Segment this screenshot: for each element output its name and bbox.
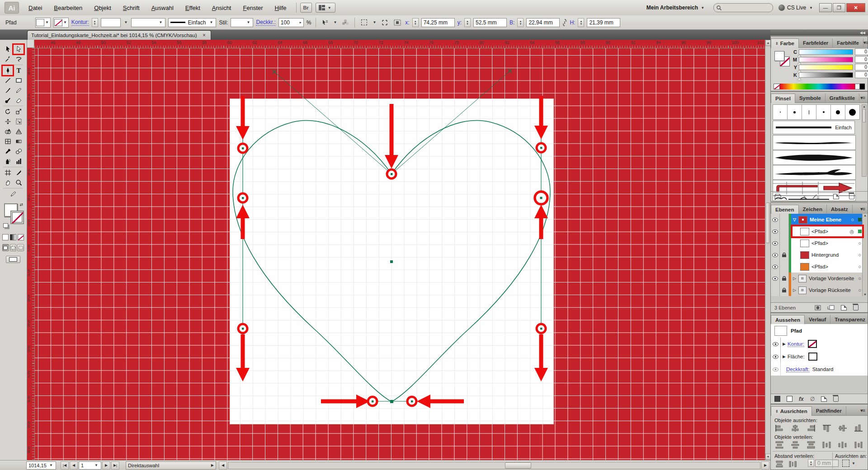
- tab-ausrichten[interactable]: ⇕Ausrichten: [771, 406, 812, 416]
- draw-inside-button[interactable]: [17, 244, 24, 251]
- column-graph-tool[interactable]: [13, 156, 24, 166]
- appearance-fill-row[interactable]: ▶ Fläche:: [771, 350, 868, 363]
- opacity-link[interactable]: Deckkr.:: [256, 19, 275, 26]
- new-brush-icon[interactable]: [833, 194, 839, 199]
- rotate-tool[interactable]: [2, 107, 13, 117]
- slice-tool[interactable]: [13, 168, 24, 178]
- tab-ebenen[interactable]: Ebenen: [771, 205, 799, 214]
- cmyk-slider-y[interactable]: Y0%: [792, 64, 868, 70]
- mesh-tool[interactable]: [2, 136, 13, 146]
- remove-brush-stroke-icon[interactable]: ×: [803, 193, 806, 200]
- scale-tool[interactable]: [13, 107, 24, 117]
- layer-row-pfad[interactable]: <Pfad>◎: [771, 226, 863, 238]
- line-segment-tool[interactable]: [2, 75, 13, 85]
- brush-scrollbar[interactable]: ▲: [862, 104, 867, 177]
- menu-item-bearbeiten[interactable]: Bearbeiten: [48, 5, 88, 11]
- align-to-dropdown[interactable]: ▼: [842, 460, 856, 467]
- calligraphic-brush-1[interactable]: [773, 104, 788, 120]
- calligraphic-brush-5[interactable]: [830, 104, 845, 120]
- last-artboard-button[interactable]: ▶|: [111, 461, 119, 470]
- fill-stroke-indicator[interactable]: ⇄: [2, 202, 24, 232]
- slider-track[interactable]: [799, 49, 853, 55]
- default-fill-stroke-icon[interactable]: [3, 223, 8, 228]
- ruler-corner[interactable]: [27, 40, 34, 48]
- visibility-toggle[interactable]: [771, 261, 780, 273]
- cmyk-slider-c[interactable]: C0%: [792, 48, 868, 55]
- calligraphic-brush-3[interactable]: [802, 104, 816, 120]
- visibility-eye-icon[interactable]: [773, 342, 778, 346]
- screen-mode-button[interactable]: [6, 256, 20, 263]
- tab-absatz[interactable]: Absatz: [827, 205, 853, 214]
- constrain-proportions-button[interactable]: [380, 18, 390, 28]
- lock-toggle[interactable]: [780, 249, 789, 261]
- brush-tapered[interactable]: [773, 150, 856, 165]
- vertical-ruler[interactable]: 3 84 04 24 44 64 85 05 25 45 65 86 06 26…: [27, 48, 35, 460]
- appearance-opacity-row[interactable]: Deckkraft: Standard: [771, 363, 868, 376]
- slider-value-field[interactable]: 0: [855, 71, 868, 78]
- stroke-weight-stepper[interactable]: ▲▼: [92, 18, 98, 27]
- y-stepper[interactable]: ▲▼: [464, 18, 471, 27]
- tab-aussehen[interactable]: Aussehen: [771, 315, 805, 324]
- visibility-eye-icon[interactable]: [772, 230, 778, 234]
- menu-item-hilfe[interactable]: Hilfe: [269, 5, 292, 11]
- stroke-attribute-link[interactable]: Kontur:: [788, 341, 804, 347]
- chevron-down-icon[interactable]: ▼: [123, 20, 129, 24]
- spectrum-gradient[interactable]: [780, 84, 855, 89]
- brush-swash[interactable]: [773, 165, 856, 180]
- hand-tool[interactable]: [2, 178, 13, 188]
- tab-pinsel[interactable]: Pinsel: [771, 94, 795, 103]
- layer-row-meine-ebene[interactable]: ▽Meine Ebene○: [771, 214, 863, 226]
- layer-row-vorlage-rückseite[interactable]: ▷▦Vorlage Rückseite○: [771, 284, 863, 296]
- menu-item-objekt[interactable]: Objekt: [88, 5, 117, 11]
- distribute-left-button[interactable]: [822, 441, 832, 449]
- appearance-item-row[interactable]: Pfad: [771, 324, 868, 338]
- rectangle-tool[interactable]: [13, 75, 24, 85]
- magic-wand-tool[interactable]: [2, 54, 13, 64]
- menu-item-auswahl[interactable]: Auswahl: [146, 5, 179, 11]
- distribute-top-button[interactable]: [774, 441, 784, 449]
- visibility-toggle[interactable]: [771, 214, 780, 226]
- brush-charcoal[interactable]: [773, 135, 856, 150]
- vertical-scrollbar[interactable]: ▲ ▼: [765, 40, 770, 460]
- tab-transparenz[interactable]: Transparenz: [830, 315, 868, 324]
- menu-item-ansicht[interactable]: Ansicht: [206, 5, 237, 11]
- status-tool-indicator[interactable]: Direktauswahl ▶: [126, 461, 216, 470]
- calligraphic-brush-6[interactable]: [845, 104, 860, 120]
- lock-icon[interactable]: [782, 253, 786, 257]
- stroke-none-swatch[interactable]: [808, 340, 817, 348]
- clipping-mask-icon[interactable]: [815, 305, 821, 310]
- cmyk-slider-m[interactable]: M0%: [792, 56, 868, 63]
- tab-verlauf[interactable]: Verlauf: [805, 315, 830, 324]
- artboard-tool[interactable]: [2, 168, 13, 178]
- target-circle[interactable]: ○: [858, 240, 861, 246]
- recolor-artwork-button[interactable]: [340, 18, 350, 28]
- swap-fill-stroke-icon[interactable]: ⇄: [19, 202, 23, 207]
- align-left-button[interactable]: [774, 424, 784, 432]
- brush-libraries-icon[interactable]: [774, 194, 781, 199]
- minimize-button[interactable]: —: [819, 3, 832, 12]
- draw-normal-button[interactable]: [2, 244, 9, 251]
- expand-arrow-icon[interactable]: ▶: [783, 342, 786, 346]
- appearance-stroke-row[interactable]: ▶ Kontur:: [771, 338, 868, 351]
- calligraphic-brush-row[interactable]: [773, 104, 859, 120]
- visibility-eye-icon[interactable]: [772, 241, 778, 245]
- calligraphic-brush-4[interactable]: [816, 104, 831, 120]
- tab-grafikstile[interactable]: Grafikstile: [826, 94, 859, 103]
- expand-toggle[interactable]: ▷: [793, 288, 796, 292]
- status-menu-arrow-icon[interactable]: ▶: [211, 463, 214, 467]
- stroke-weight-link[interactable]: Kontur:: [71, 19, 89, 26]
- select-similar-button[interactable]: [320, 18, 330, 28]
- shape-builder-tool[interactable]: [2, 127, 13, 136]
- cmyk-slider-k[interactable]: K0%: [792, 71, 868, 78]
- chevron-down-icon[interactable]: ▼: [372, 20, 377, 24]
- lock-toggle[interactable]: [780, 214, 789, 226]
- target-circle[interactable]: ○: [858, 252, 861, 258]
- previous-artboard-button[interactable]: ◀: [70, 461, 78, 470]
- align-center-v-button[interactable]: [838, 424, 848, 432]
- lone-pencil-tool[interactable]: [8, 189, 19, 199]
- distribute-center-h-button[interactable]: [838, 441, 848, 449]
- distribute-v-space-button[interactable]: [774, 460, 784, 468]
- transform-grid-button[interactable]: [392, 18, 402, 28]
- distribute-center-v-button[interactable]: [790, 441, 800, 449]
- width-tool[interactable]: [2, 117, 13, 127]
